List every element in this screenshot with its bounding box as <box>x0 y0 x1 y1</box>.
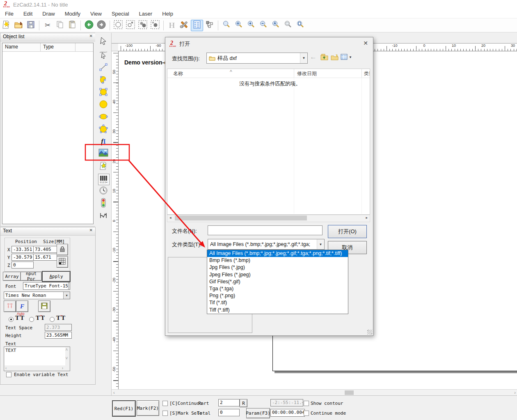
text-tool[interactable]: f I <box>98 136 109 147</box>
object-list-title[interactable]: Object list ✕ <box>0 33 95 41</box>
menu-item-draw[interactable]: Draw <box>37 10 59 18</box>
file-type-option[interactable]: Png (*.png) <box>207 292 348 299</box>
menu-item-file[interactable]: File <box>0 10 18 18</box>
file-type-option[interactable]: Jpeg Files (*.jpeg) <box>207 271 348 278</box>
file-type-option[interactable]: Tiff (*.tiff) <box>207 307 348 314</box>
file-type-option[interactable]: All Image Files (*.bmp;*.jpg;*.jpeg;*.gi… <box>207 250 348 257</box>
file-type-dropdown-box[interactable]: All Image Files (*.bmp;*.jpg;*.jpeg;*.gi… <box>208 239 325 250</box>
io-tool[interactable] <box>98 198 109 209</box>
node-edit-tool[interactable] <box>98 50 109 60</box>
close-icon[interactable]: ✕ <box>89 34 93 38</box>
scroll-right-icon[interactable]: ▸ <box>366 216 368 220</box>
italic-button[interactable]: F <box>16 301 28 312</box>
save-button[interactable] <box>25 20 37 31</box>
continue-mode-checkbox[interactable] <box>304 411 309 416</box>
object-list-table[interactable]: Name Type <box>2 43 94 224</box>
view-menu-icon[interactable] <box>341 54 348 61</box>
delay-tool[interactable] <box>98 186 109 196</box>
file-type-option[interactable]: Tga (*.tga) <box>207 285 348 292</box>
reset-count-button[interactable]: R <box>240 399 247 407</box>
file-type-option[interactable]: Gif Files(*.gif) <box>207 278 348 285</box>
x-position-input[interactable]: -33.351 <box>11 246 34 253</box>
vector-file-tool[interactable] <box>98 161 109 172</box>
paste-button[interactable] <box>66 20 78 31</box>
open-button[interactable]: 打开(O) <box>328 225 367 238</box>
object-tree-button[interactable] <box>204 20 215 31</box>
cut-button[interactable]: ✂ <box>42 20 53 31</box>
back-arrow-icon[interactable]: ← <box>310 53 317 61</box>
chevron-down-icon[interactable]: ▼ <box>349 55 352 59</box>
chevron-down-icon[interactable]: ▼ <box>300 53 307 63</box>
show-contour-checkbox[interactable] <box>304 401 309 406</box>
copy-button[interactable] <box>54 20 66 31</box>
transform-node-button[interactable] <box>125 20 136 31</box>
scroll-left-icon[interactable]: ‹ <box>5 366 7 370</box>
close-icon[interactable]: ✕ <box>89 228 93 232</box>
param-f3-button[interactable]: Param(F3) <box>246 408 270 418</box>
menu-item-help[interactable]: Help <box>157 10 178 18</box>
file-type-option[interactable]: Jpg Files (*.jpg) <box>207 264 348 271</box>
lock-aspect-button[interactable] <box>57 244 68 255</box>
anchor-grid-button[interactable] <box>57 256 68 268</box>
undo-button[interactable] <box>83 20 95 31</box>
array-button[interactable]: Array <box>3 272 21 281</box>
x-size-input[interactable]: 73.405 <box>33 246 57 253</box>
redo-button[interactable] <box>96 20 107 31</box>
open-file-button[interactable] <box>13 20 24 31</box>
mark-f2-button[interactable]: Mark(F2) <box>137 400 159 416</box>
canvas-horizontal-scrollbar[interactable]: ‹ › <box>112 389 517 396</box>
scrollbar-handle[interactable] <box>345 390 354 395</box>
y-position-input[interactable]: -30.579 <box>11 254 34 261</box>
select-tool[interactable] <box>98 36 109 47</box>
zoom-all-button[interactable] <box>270 20 281 31</box>
apply-button[interactable]: Apply <box>42 271 71 282</box>
text-hatch-button[interactable]: H <box>4 301 16 312</box>
font-name-dropdown[interactable]: Times New Roman ▼ <box>4 291 70 299</box>
chevron-down-icon[interactable]: ▼ <box>68 282 70 289</box>
tools-button[interactable] <box>178 20 190 31</box>
new-folder-icon[interactable] <box>331 54 339 62</box>
zoom-page-button[interactable] <box>295 20 306 31</box>
scroll-left-icon[interactable]: ◂ <box>169 216 172 220</box>
save-font-button[interactable] <box>38 301 50 312</box>
ungroup-objects-button[interactable] <box>149 20 161 31</box>
zoom-selection-button[interactable] <box>282 20 294 31</box>
menu-item-special[interactable]: Special <box>107 10 134 18</box>
input-port-button[interactable]: nput Por <box>21 272 42 281</box>
zoom-window-button[interactable] <box>221 20 232 31</box>
column-header-name[interactable]: Name <box>2 43 41 51</box>
char-space-auto-radio[interactable] <box>9 317 14 322</box>
continuous-checkbox[interactable] <box>162 401 168 406</box>
scroll-down-icon[interactable]: ˅ <box>64 356 69 360</box>
barcode-tool[interactable]: 01234 <box>98 174 110 185</box>
scrollbar-handle[interactable] <box>175 216 307 220</box>
chevron-down-icon[interactable]: ▼ <box>63 292 70 299</box>
group-objects-button[interactable] <box>137 20 149 31</box>
select-mode-button[interactable] <box>112 20 124 31</box>
file-list-scrollbar[interactable]: ◂ ▸ <box>167 215 370 222</box>
look-in-dropdown[interactable]: 样品 dxf ▼ <box>206 53 308 64</box>
red-f1-button[interactable]: Red(F1) <box>112 400 136 417</box>
file-list[interactable]: 名称 ^ 修改日期 类型 没有与搜索条件匹配的项。 <box>167 69 370 215</box>
line-tool[interactable] <box>98 62 109 73</box>
text-space-input[interactable]: 2.373 <box>45 324 72 331</box>
new-file-button[interactable] <box>0 20 12 31</box>
part-count-input[interactable]: 2 <box>218 399 240 406</box>
column-header-type[interactable]: Type <box>41 43 75 51</box>
image-tool[interactable] <box>98 148 109 158</box>
close-icon[interactable]: ✕ <box>363 40 368 46</box>
up-folder-icon[interactable] <box>320 54 328 62</box>
scroll-up-icon[interactable]: ˄ <box>64 347 69 352</box>
rectangle-tool[interactable] <box>98 87 109 98</box>
zoom-out-button[interactable] <box>258 20 269 31</box>
encoder-tool[interactable] <box>98 210 109 221</box>
total-count-input[interactable]: 0 <box>218 409 240 416</box>
char-width-radio[interactable] <box>50 317 55 322</box>
menu-item-edit[interactable]: Edit <box>18 10 37 18</box>
scroll-right-icon[interactable]: › <box>514 390 516 395</box>
polygon-tool[interactable] <box>98 124 109 135</box>
object-properties-button[interactable] <box>191 20 203 31</box>
text-panel-title[interactable]: Text ✕ <box>0 227 95 236</box>
text-content-input[interactable]: TEXT <box>5 347 65 365</box>
curve-tool[interactable] <box>98 75 109 85</box>
